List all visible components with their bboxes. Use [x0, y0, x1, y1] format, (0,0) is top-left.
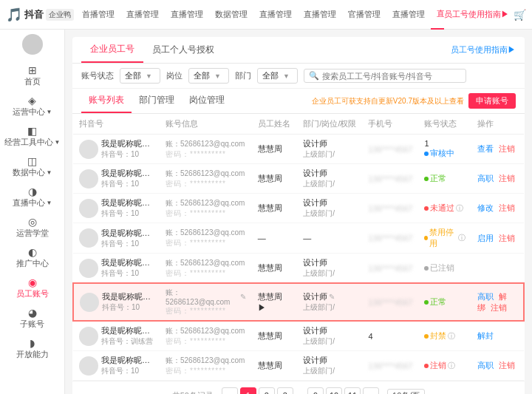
cell-employee-name: 慧慧周: [252, 135, 298, 164]
cell-employee-name: 慧慧周: [252, 351, 298, 381]
academy-icon: ◎: [0, 216, 64, 228]
search-input[interactable]: [322, 72, 461, 81]
apply-account-button[interactable]: 申请账号: [468, 93, 516, 109]
nav-item-1[interactable]: 首播管理: [76, 0, 120, 30]
cell-employee-name: 慧慧周: [252, 194, 298, 223]
nav-item-6[interactable]: 直播管理: [298, 0, 342, 30]
guide-link[interactable]: 员工号使用指南▶: [444, 9, 509, 20]
cell-tiktok-avatar: 我是昵称昵称昵称昵... 抖音号：10: [73, 164, 160, 194]
filter-dept-select[interactable]: 全部 ▼: [257, 68, 298, 84]
action-cancel[interactable]: 注销: [499, 361, 515, 370]
filter-position-select[interactable]: 全部 ▼: [188, 68, 229, 84]
sidebar-item-open[interactable]: ◗ 开放能力: [0, 333, 64, 364]
cell-account-info: 账：52686123@qq.com 密码：**********: [160, 135, 252, 164]
cell-tiktok-avatar: 我是昵称昵称昵称昵... 抖音号：10: [73, 135, 160, 164]
cell-account-info: 账：52686123@qq.com 密码：**********: [160, 321, 252, 351]
sidebar-item-live[interactable]: ◑ 直播中心 ▼: [0, 182, 64, 212]
sidebar-item-operations[interactable]: ◈ 运营中心 ▼: [0, 91, 64, 121]
action-enable[interactable]: 启用: [477, 234, 494, 242]
action-cancel[interactable]: 注销: [499, 234, 515, 242]
nav-item-7[interactable]: 官播管理: [342, 0, 386, 30]
cell-phone: 136****4567: [362, 164, 418, 194]
cart-icon[interactable]: 🛒: [514, 9, 526, 21]
page-11-btn[interactable]: 11: [344, 387, 361, 394]
page-2-btn[interactable]: 2: [259, 387, 275, 394]
sidebar-item-data[interactable]: ◫ 数据中心 ▼: [0, 152, 64, 182]
sub-tab-account-list[interactable]: 账号列表: [81, 89, 132, 113]
search-box[interactable]: 🔍: [304, 69, 466, 83]
pagination-total: 共50条记录: [172, 390, 214, 395]
cell-tiktok-avatar: 我是昵称昵称昵称昵... 抖音号：10: [73, 194, 160, 223]
action-cancel[interactable]: 注销: [499, 203, 515, 212]
sidebar-item-home[interactable]: ⊞ 首页: [0, 61, 64, 91]
cell-employee-name: 慧慧周: [252, 254, 298, 284]
cell-actions: [471, 254, 524, 284]
tiktok-id: 抖音号：10: [101, 366, 153, 376]
sidebar-item-academy[interactable]: ◎ 运营学堂: [0, 212, 64, 242]
cell-status: 禁用停用 ⓘ: [418, 223, 471, 254]
cell-status: 注销 ⓘ: [418, 351, 471, 381]
action-high[interactable]: 高职: [477, 174, 494, 183]
edit-icon[interactable]: ✎: [240, 293, 246, 301]
action-high[interactable]: 高职: [477, 361, 494, 370]
cell-actions: 高职 注销: [471, 351, 524, 381]
action-cancel[interactable]: 注销: [499, 174, 515, 183]
edit-icon2[interactable]: ✎: [329, 293, 335, 301]
sub-tab-department[interactable]: 部门管理: [132, 89, 182, 113]
guide-link-right[interactable]: 员工号使用指南▶: [451, 44, 516, 55]
cell-phone: 136****4567: [362, 223, 418, 254]
action-modify[interactable]: 修改: [477, 203, 494, 212]
page-prev-btn[interactable]: ‹: [222, 387, 238, 394]
tiktok-name: 我是昵称昵称昵称昵...: [101, 138, 153, 149]
filter-status-select[interactable]: 全部 ▼: [120, 68, 160, 84]
sub-tab-position[interactable]: 岗位管理: [182, 89, 232, 113]
action-unban[interactable]: 解封: [477, 331, 494, 340]
info-icon4[interactable]: ⓘ: [448, 361, 455, 371]
row-avatar: [79, 356, 98, 376]
nav-item-9[interactable]: 直播管理 ▼: [431, 0, 444, 30]
cell-account-info: 账：52686123@qq.com 密码：**********: [160, 254, 252, 284]
info-icon[interactable]: ⓘ: [456, 203, 463, 214]
main-content: 企业员工号 员工个人号授权 员工号使用指南▶ 账号状态 全部 ▼ 岗位 全部 ▼…: [65, 30, 532, 394]
sidebar-label-tools: 经营工具中心: [4, 137, 53, 148]
nav-item-4[interactable]: 数据管理: [209, 0, 253, 30]
expand-icon-operations: ▼: [47, 109, 52, 115]
info-icon3[interactable]: ⓘ: [448, 331, 455, 342]
page-9-btn[interactable]: 9: [307, 387, 324, 394]
sidebar-item-sub[interactable]: ◕ 子账号: [0, 303, 64, 333]
page-size-select[interactable]: 10条/页: [387, 389, 425, 395]
sidebar-item-tools[interactable]: ◧ 经营工具中心 ▼: [0, 121, 64, 152]
nav-item-2[interactable]: 直播管理: [120, 0, 165, 30]
page-1-btn[interactable]: 1: [240, 387, 256, 394]
tab-employee-number[interactable]: 企业员工号: [81, 37, 143, 63]
page-10-btn[interactable]: 10: [326, 387, 342, 394]
tab-personal-auth[interactable]: 员工个人号授权: [143, 38, 223, 62]
info-icon2[interactable]: ⓘ: [458, 233, 466, 243]
status-text: 已注销: [430, 262, 454, 274]
sidebar-item-employee[interactable]: ◉ 员工账号: [0, 273, 64, 303]
cell-dept: —: [297, 223, 362, 254]
status-text: 注销: [430, 360, 446, 371]
row-avatar: [79, 199, 98, 218]
nav-item-5[interactable]: 直播管理: [253, 0, 298, 30]
cell-dept: 设计师 ✎ 上级部门/: [297, 283, 362, 321]
action-view[interactable]: 查看: [477, 144, 494, 153]
pagination-bar: 共50条记录 ‹ 1 2 3 ... 9 10 11 › 10条/页: [72, 381, 525, 394]
sidebar-label-data: 数据中心: [13, 167, 45, 178]
tiktok-id: 抖音号：10: [101, 268, 153, 279]
action-cancel[interactable]: 注销: [491, 303, 507, 312]
top-nav: 🎵 抖音 企业鸭 首播管理 直播管理 直播管理 数据管理 直播管理 直播管理 官…: [0, 0, 532, 30]
page-3-btn[interactable]: 3: [277, 387, 293, 394]
action-high[interactable]: 高职: [477, 292, 494, 301]
page-next-btn[interactable]: ›: [363, 387, 379, 394]
sidebar-label-open: 开放能力: [0, 349, 64, 360]
cell-actions: 启用 注销: [471, 223, 524, 254]
sidebar-item-promotion[interactable]: ◐ 推广中心: [0, 242, 64, 273]
nav-item-8[interactable]: 直播管理: [386, 0, 431, 30]
col-header-phone: 手机号: [362, 114, 418, 135]
filter-status-label: 账号状态: [81, 70, 114, 81]
nav-item-3[interactable]: 直播管理: [165, 0, 209, 30]
cell-account-info: 账：52686123@qq.com 密码：**********: [160, 351, 252, 381]
tiktok-id: 抖音号：10: [101, 149, 153, 160]
action-cancel[interactable]: 注销: [499, 144, 515, 153]
